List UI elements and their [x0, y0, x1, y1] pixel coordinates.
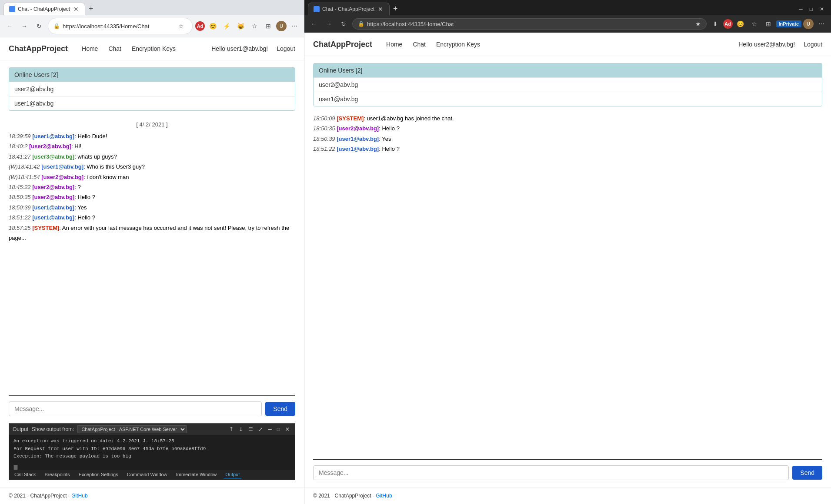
right-logout-link[interactable]: Logout [804, 41, 822, 48]
right-favorites-icon[interactable]: ☆ [748, 18, 761, 30]
right-send-button[interactable]: Send [792, 466, 822, 480]
left-tab-bar: Chat - ChatAppProject ✕ + [0, 0, 304, 15]
right-tab-bar: Chat - ChatAppProject ✕ + ─ □ ✕ [304, 0, 831, 15]
left-msg-5: (W)18:41:54 [user2@abv.bg]: i don't know… [9, 172, 295, 182]
left-navbar: ChatAppProject Home Chat Encryption Keys… [0, 37, 304, 60]
lock-icon: 🔒 [53, 23, 60, 29]
right-reload-button[interactable]: ↻ [337, 18, 350, 30]
left-footer-link[interactable]: GitHub [71, 493, 87, 499]
emoji-icon-2[interactable]: ⚡ [220, 20, 233, 32]
left-output-source-select[interactable]: ChatAppProject - ASP.NET Core Web Server [77, 425, 187, 433]
right-online-user-1: user2@abv.bg [314, 77, 822, 92]
left-msg-6: 18:45:22 [user2@abv.bg]: ? [9, 182, 295, 192]
left-tab-breakpoints[interactable]: Breakpoints [43, 471, 72, 478]
left-back-button[interactable]: ← [3, 20, 16, 32]
left-footer-text: © 2021 - ChatAppProject - [9, 493, 71, 499]
left-send-button[interactable]: Send [265, 402, 295, 416]
left-tab-exception[interactable]: Exception Settings [77, 471, 120, 478]
right-message-input-row: Send [313, 465, 822, 480]
right-win-close[interactable]: ✕ [820, 6, 824, 12]
left-msg-9: 18:51:22 [user1@abv.bg]: Hello ? [9, 212, 295, 222]
left-logout-link[interactable]: Logout [277, 45, 295, 52]
left-output-ctrl-wrap[interactable]: ⤢ [257, 425, 264, 433]
right-lock-icon: 🔒 [358, 21, 364, 27]
right-profile-icon[interactable]: U [803, 19, 814, 29]
right-nav-chat[interactable]: Chat [412, 39, 427, 50]
star-icon[interactable]: ☆ [175, 20, 187, 32]
left-tab-callstack[interactable]: Call Stack [13, 471, 38, 478]
left-forward-button[interactable]: → [18, 20, 30, 32]
right-tab[interactable]: Chat - ChatAppProject ✕ [308, 3, 390, 15]
left-output-text: An exception was triggered on date: 4.2.… [13, 438, 206, 461]
left-output-ctrl-1[interactable]: ⤒ [227, 425, 235, 433]
left-output-line-1: An exception was triggered on date: 4.2.… [13, 438, 206, 445]
right-emoji-icon[interactable]: 😊 [734, 18, 747, 30]
right-tab-close[interactable]: ✕ [377, 6, 384, 13]
emoji-icon-1[interactable]: 😊 [207, 20, 219, 32]
left-tab-cmdwindow[interactable]: Command Window [125, 471, 169, 478]
menu-icon[interactable]: ⋯ [288, 20, 300, 32]
right-user-greeting: Hello user2@abv.bg! [738, 41, 795, 48]
right-footer-link[interactable]: GitHub [376, 493, 392, 499]
right-address-star[interactable]: ★ [695, 20, 701, 27]
left-address-bar[interactable]: 🔒 https://localhost:44335/Home/Chat ☆ [48, 18, 193, 34]
left-chat-container: Online Users [2] user2@abv.bg user1@abv.… [0, 60, 304, 487]
left-output-close[interactable]: ✕ [284, 425, 291, 433]
right-msg-4: 18:51:22 [user1@abv.bg]: Hello ? [313, 144, 822, 154]
extensions-icon[interactable]: Ad [195, 21, 205, 31]
left-app-content: ChatAppProject Home Chat Encryption Keys… [0, 37, 304, 504]
right-msg-1: 18:50:09 [SYSTEM]: user1@abv.bg has join… [313, 113, 822, 123]
profile-icon[interactable]: U [276, 21, 287, 31]
right-collections-icon[interactable]: ⊞ [762, 18, 774, 30]
left-nav-chat[interactable]: Chat [107, 43, 122, 54]
left-output-scrollbar[interactable] [13, 465, 18, 470]
left-message-input[interactable] [9, 401, 262, 416]
left-output-maximize[interactable]: □ [275, 425, 282, 433]
right-back-button[interactable]: ← [308, 18, 320, 30]
left-output-label: Show output from: [32, 426, 74, 432]
left-output-ctrl-2[interactable]: ⤓ [237, 425, 245, 433]
left-tab-close[interactable]: ✕ [73, 6, 80, 13]
left-output-line-2: For Request from user with ID: e92da096-… [13, 445, 206, 453]
left-online-user-2: user1@abv.bg [9, 96, 295, 110]
left-output-body: An exception was triggered on date: 4.2.… [9, 435, 210, 470]
left-tab[interactable]: Chat - ChatAppProject ✕ [3, 3, 85, 15]
right-nav-encryption[interactable]: Encryption Keys [435, 39, 481, 50]
emoji-icon-3[interactable]: 😸 [234, 20, 247, 32]
right-ext-icon[interactable]: Ad [723, 19, 733, 29]
left-reload-button[interactable]: ↻ [33, 20, 45, 32]
right-message-input[interactable] [313, 465, 789, 480]
right-nav-home[interactable]: Home [385, 39, 403, 50]
left-nav-encryption[interactable]: Encryption Keys [131, 43, 177, 54]
right-download-icon[interactable]: ⬇ [709, 18, 721, 30]
left-tab-favicon [9, 6, 15, 12]
right-new-tab-button[interactable]: + [390, 3, 401, 15]
left-user-greeting: Hello user1@abv.bg! [211, 45, 268, 52]
right-online-user-2: user1@abv.bg [314, 92, 822, 106]
left-msg-3: 18:41:27 [user3@abv.bg]: whats up guys? [9, 152, 295, 162]
left-online-users-header: Online Users [2] [9, 68, 295, 82]
right-forward-button[interactable]: → [323, 18, 335, 30]
left-output-line-3: Exception: The message payload is too bi… [13, 453, 206, 461]
right-app-content: ChatAppProject Home Chat Encryption Keys… [304, 33, 831, 504]
left-tab-output[interactable]: Output [224, 471, 241, 478]
left-output-ctrl-clear[interactable]: ☰ [247, 425, 255, 433]
right-browser-controls: ← → ↻ 🔒 https://localhost:44335/Home/Cha… [304, 15, 831, 33]
right-footer: © 2021 - ChatAppProject - GitHub [304, 487, 831, 504]
right-navbar: ChatAppProject Home Chat Encryption Keys… [304, 33, 831, 56]
left-output-body-wrap: An exception was triggered on date: 4.2.… [9, 435, 295, 470]
left-msg-7: 18:50:35 [user2@abv.bg]: Hello ? [9, 192, 295, 202]
right-win-restore[interactable]: □ [810, 6, 813, 12]
left-new-tab-button[interactable]: + [85, 3, 97, 15]
left-tab-immediate[interactable]: Immediate Window [174, 471, 219, 478]
left-online-user-1: user2@abv.bg [9, 82, 295, 96]
right-menu-icon[interactable]: ⋯ [815, 18, 828, 30]
right-msg-3: 18:50:39 [user1@abv.bg]: Yes [313, 134, 822, 144]
right-address-bar[interactable]: 🔒 https://localhost:44335/Home/Chat ★ [352, 18, 707, 30]
right-win-minimize[interactable]: ─ [799, 6, 803, 12]
left-nav-home[interactable]: Home [81, 43, 99, 54]
collections-icon[interactable]: ⊞ [262, 20, 274, 32]
left-output-minimize[interactable]: ─ [266, 425, 274, 433]
right-footer-text: © 2021 - ChatAppProject - [313, 493, 376, 499]
favorites-icon[interactable]: ☆ [248, 20, 260, 32]
